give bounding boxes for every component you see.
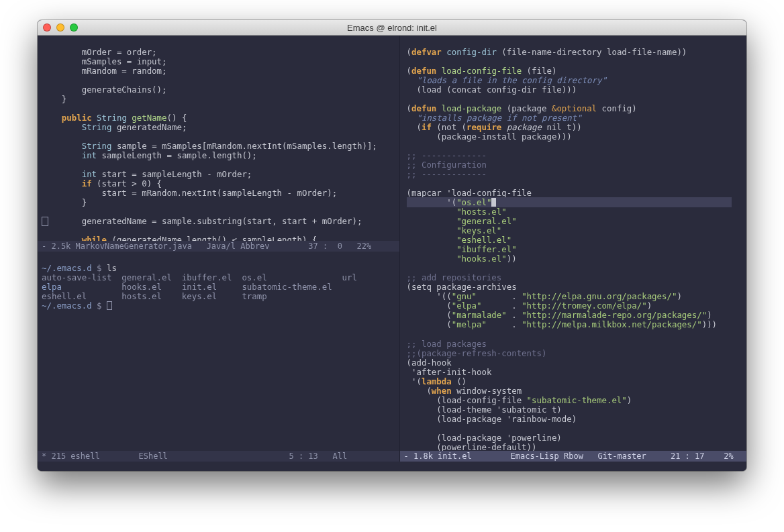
right-column: (defvar config-dir (file-name-directory … (400, 36, 746, 462)
code-line: mRandom = random; (42, 66, 167, 76)
frame-body: mOrder = order; mSamples = input; mRando… (38, 36, 746, 462)
modeline-eshell[interactable]: * 215 eshell EShell 5 : 13 All (38, 451, 399, 462)
titlebar: Emacs @ elrond: init.el (38, 20, 746, 36)
traffic-lights (43, 23, 78, 32)
left-column: mOrder = order; mSamples = input; mRando… (38, 36, 400, 462)
cursor-icon (491, 198, 496, 207)
java-buffer[interactable]: mOrder = order; mSamples = input; mRando… (38, 36, 399, 241)
code-line: mSamples = input; (42, 56, 167, 66)
code-line: mOrder = order; (42, 47, 157, 57)
window-title: Emacs @ elrond: init.el (38, 23, 746, 33)
code-line: } (42, 94, 66, 104)
zoom-icon[interactable] (70, 23, 78, 32)
close-icon[interactable] (43, 23, 51, 32)
cursor-icon (107, 301, 112, 310)
eshell-buffer[interactable]: ~/.emacs.d $ ls auto-save-list general.e… (38, 252, 399, 451)
minibuffer[interactable] (38, 462, 746, 471)
emacs-window: Emacs @ elrond: init.el mOrder = order; … (38, 20, 746, 471)
code-line: generateChains(); (42, 85, 167, 95)
current-line: '("os.el" (407, 197, 732, 207)
minimize-icon[interactable] (56, 23, 64, 32)
modeline-java[interactable]: - 2.5k MarkovNameGenerator.java Java/l A… (38, 241, 399, 252)
fringe-cursor-icon (42, 217, 48, 226)
elisp-buffer[interactable]: (defvar config-dir (file-name-directory … (400, 36, 746, 451)
modeline-init[interactable]: - 1.8k init.el Emacs-Lisp Rbow Git-maste… (400, 451, 746, 462)
